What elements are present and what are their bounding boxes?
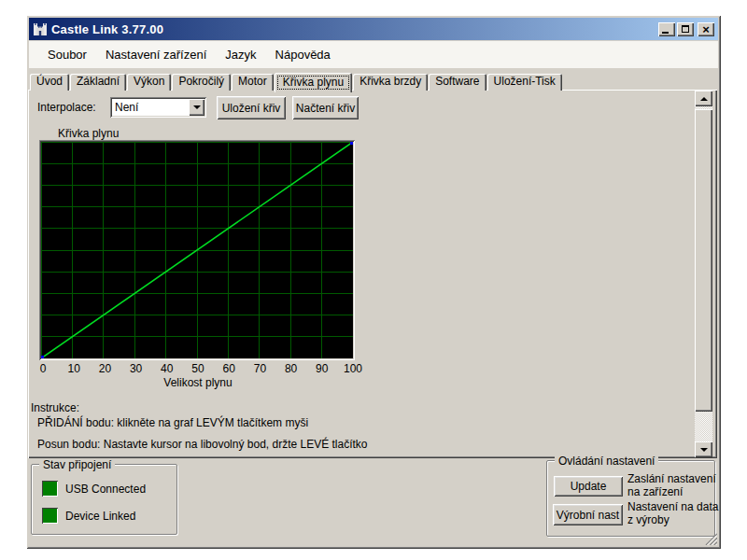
menu-item-nastaveni-zarizeni[interactable]: Nastavení zařízení <box>96 43 216 67</box>
close-icon: × <box>702 23 710 35</box>
interpolation-dropdown-button[interactable] <box>189 99 204 116</box>
x-tick-50: 50 <box>191 362 204 375</box>
menu-item-soubor[interactable]: Soubor <box>38 43 96 67</box>
settings-control-title: Ovládání nastavení <box>555 455 658 468</box>
load-curve-button[interactable]: Načtení křiv <box>292 96 359 119</box>
instruction-line-add: PŘIDÁNÍ bodu: klikněte na graf LEVÝM tla… <box>37 416 308 429</box>
instruction-line-clipped: a přesuňte <box>37 455 91 457</box>
menu-item-napoveda[interactable]: Nápověda <box>266 43 340 67</box>
x-tick-100: 100 <box>344 362 362 375</box>
usb-connected-label: USB Connected <box>65 483 146 496</box>
tab-vykon[interactable]: Výkon <box>127 74 171 91</box>
x-tick-30: 30 <box>130 362 142 375</box>
tab-software[interactable]: Software <box>429 74 486 91</box>
tab-page-krivka-plynu: Interpolace: Není Uložení křiv Načtení k… <box>28 90 717 458</box>
maximize-button[interactable] <box>677 22 694 36</box>
minimize-button[interactable] <box>658 22 675 36</box>
x-tick-60: 60 <box>223 362 235 375</box>
resize-grip[interactable] <box>705 533 717 545</box>
factory-description: Nastavení na data z výroby <box>627 500 718 526</box>
scrollbar-thumb[interactable] <box>695 109 712 412</box>
x-tick-90: 90 <box>316 362 328 375</box>
window-title: Castle Link 3.77.00 <box>51 22 163 36</box>
app-window: Castle Link 3.77.00 × SouborNastavení za… <box>26 15 721 549</box>
tab-zakladni[interactable]: Základní <box>70 74 126 91</box>
tab-uvod[interactable]: Úvod <box>30 74 69 91</box>
connection-status-group: Stav připojení USB Connected Device Link… <box>31 464 177 535</box>
instruction-line-move: Posun bodu: Nastavte kursor na libovolný… <box>37 438 368 451</box>
interpolation-select[interactable]: Není <box>110 97 206 118</box>
device-linked-indicator <box>42 508 58 524</box>
chevron-down-icon <box>193 105 201 109</box>
update-description: Zaslání nastavení na zařízení <box>627 472 716 498</box>
throttle-curve-chart[interactable] <box>39 140 355 360</box>
scroll-down-button[interactable] <box>695 441 712 457</box>
x-tick-0: 0 <box>40 362 47 375</box>
close-button[interactable]: × <box>698 22 714 36</box>
castle-icon <box>33 21 48 36</box>
interpolation-value: Není <box>115 101 138 114</box>
factory-settings-button[interactable]: Výrobní nast <box>553 504 623 525</box>
menu-item-jazyk[interactable]: Jazyk <box>216 43 265 67</box>
tab-ulozeni-tisk[interactable]: Uložení-Tisk <box>487 74 562 91</box>
scroll-up-button[interactable] <box>695 91 712 106</box>
device-linked-label: Device Linked <box>65 510 135 523</box>
tab-krivka-plynu[interactable]: Křivka plynu <box>275 73 352 92</box>
tab-krivka-brzdy[interactable]: Křivka brzdy <box>353 74 428 91</box>
instructions-header: Instrukce: <box>31 401 79 414</box>
update-button[interactable]: Update <box>554 476 623 497</box>
curve-endpoint <box>41 356 44 358</box>
maximize-icon <box>682 25 689 33</box>
x-tick-80: 80 <box>285 362 297 375</box>
x-axis-label: Velikost plynu <box>163 376 232 389</box>
x-tick-70: 70 <box>254 362 266 375</box>
settings-control-group: Ovládání nastavení Update Zaslání nastav… <box>546 460 715 537</box>
connection-status-title: Stav připojení <box>39 458 115 471</box>
curve-endpoint <box>350 142 353 145</box>
minimize-icon <box>662 32 669 34</box>
tab-motor[interactable]: Motor <box>232 74 274 91</box>
x-tick-10: 10 <box>68 362 80 375</box>
x-tick-40: 40 <box>161 362 173 375</box>
usb-connected-indicator <box>42 481 58 497</box>
tab-strip: ÚvodZákladníVýkonPokročilýMotorKřivka pl… <box>30 72 563 91</box>
tab-pokrocily[interactable]: Pokročilý <box>172 74 231 91</box>
interpolation-label: Interpolace: <box>37 101 96 114</box>
menu-bar: SouborNastavení zařízeníJazykNápověda <box>29 41 718 68</box>
x-tick-20: 20 <box>99 362 111 375</box>
vertical-scrollbar[interactable] <box>695 91 712 457</box>
arrow-up-icon <box>700 97 708 101</box>
save-curve-button[interactable]: Uložení křiv <box>217 96 286 119</box>
title-bar[interactable]: Castle Link 3.77.00 × <box>29 18 718 40</box>
chart-title: Křivka plynu <box>58 127 119 140</box>
arrow-down-icon <box>700 448 708 452</box>
